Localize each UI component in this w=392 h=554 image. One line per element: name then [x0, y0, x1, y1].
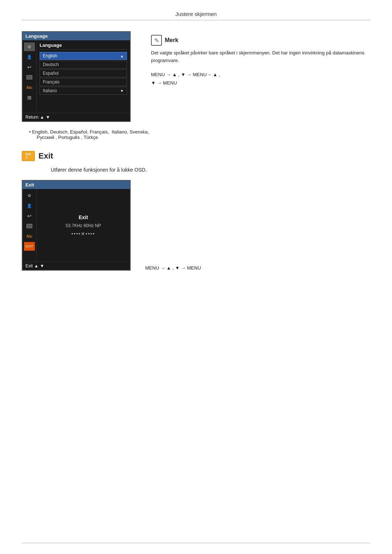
- note-body: Det valgte språket påvirker bare språket…: [151, 49, 364, 65]
- exit-badge-text: EXIT: [26, 152, 31, 160]
- exit-sidebar-icon-abc[interactable]: Abc: [24, 232, 35, 241]
- lang-label-deutsch: Deutsch: [43, 62, 59, 67]
- gear-icon-exit: ⚙: [28, 193, 31, 198]
- exit-sidebar-icon-exit-active[interactable]: EXIT: [24, 242, 35, 251]
- lang-label-english: English: [43, 53, 57, 58]
- exit-nav-note: MENU → ▲ , ▼ → MENU: [145, 236, 201, 271]
- back-icon-exit: ↩: [27, 213, 32, 219]
- exit-content: Exit ⚙ 👤 ↩: [22, 180, 370, 271]
- rect-icon: [26, 75, 32, 79]
- lang-item-english[interactable]: English ▲: [40, 52, 127, 60]
- osd-title-bar: Language: [23, 32, 130, 40]
- exit-bottom-button[interactable]: Exit ▲ ▼: [25, 263, 44, 268]
- note-title: Merk: [165, 37, 178, 44]
- sidebar-icon-abc[interactable]: Abc: [24, 83, 35, 92]
- osd-content-title: Language: [40, 42, 127, 50]
- exit-osd-inner: ⚙ 👤 ↩ Abc: [23, 189, 130, 262]
- exit-header: EXIT Exit: [22, 151, 370, 161]
- note-menu-nav: MENU → ▲ , ▼ → MENU→ ▲ ,▼ → MENU: [151, 70, 364, 87]
- exit-section: EXIT Exit Utfører denne funksjonen for å…: [22, 151, 370, 271]
- up-arrow-icon: ▲: [40, 115, 44, 120]
- exit-sidebar-icon-back[interactable]: ↩: [24, 212, 35, 220]
- osd-sidebar: ⚙ 👤 ↩ Abc ⊞: [23, 40, 36, 113]
- exit-bottom-label: Exit: [25, 263, 33, 268]
- lang-item-espanol[interactable]: Español: [40, 69, 127, 77]
- rect-icon-exit: [26, 224, 32, 228]
- exit-osd-bottom-bar: Exit ▲ ▼: [23, 262, 130, 270]
- user-icon-exit: 👤: [27, 204, 32, 208]
- user-icon: 👤: [27, 55, 32, 59]
- language-bullet-text: • English, Deutsch, Español, Français, I…: [29, 129, 370, 140]
- note-header: ✎ Merk: [151, 35, 364, 46]
- exit-description: Utfører denne funksjonen for å lukke OSD…: [22, 167, 370, 173]
- note-icon: ✎: [151, 35, 162, 46]
- abc-icon-exit: Abc: [26, 234, 32, 238]
- page-title: Justere skjermen: [22, 11, 370, 17]
- down-arrow-icon: ▼: [46, 115, 50, 120]
- osd-inner: ⚙ 👤 ↩ Abc ⊞: [23, 40, 130, 113]
- bottom-rule: [22, 543, 370, 543]
- lang-item-italiano[interactable]: Italiano ▼: [40, 87, 127, 95]
- exit-active-icon: EXIT: [26, 245, 33, 248]
- sidebar-icon-rect[interactable]: [24, 73, 35, 82]
- scroll-down-icon: ▼: [120, 89, 124, 93]
- osd-content-panel: Language English ▲ Deutsch Español: [36, 40, 130, 113]
- return-button[interactable]: Return ▲ ▼: [25, 115, 50, 120]
- exit-dots: ••••✕••••: [72, 231, 95, 237]
- exit-sidebar-icon-settings[interactable]: ⚙: [24, 191, 35, 200]
- lang-item-deutsch[interactable]: Deutsch: [40, 61, 127, 69]
- exit-osd-sidebar: ⚙ 👤 ↩ Abc: [23, 189, 36, 262]
- gear-icon: ⚙: [28, 45, 31, 49]
- language-bullet-list: • English, Deutsch, Español, Français, I…: [22, 129, 370, 140]
- grid-icon: ⊞: [27, 95, 32, 100]
- sidebar-icon-settings[interactable]: ⚙: [24, 42, 35, 51]
- language-section: Language ⚙ 👤 ↩: [22, 31, 370, 122]
- sidebar-icon-user[interactable]: 👤: [24, 53, 35, 61]
- exit-osd-label: Exit: [79, 214, 88, 220]
- exit-badge-icon: EXIT: [22, 151, 35, 161]
- osd-bottom-bar: Return ▲ ▼: [23, 113, 130, 121]
- lang-label-italiano: Italiano: [43, 88, 57, 93]
- note-box: ✎ Merk Det valgte språket påvirker bare …: [145, 31, 370, 91]
- lang-label-francais: Français: [43, 79, 60, 85]
- exit-osd: Exit ⚙ 👤 ↩: [22, 180, 131, 271]
- exit-down-arrow: ▼: [40, 263, 44, 268]
- exit-sidebar-icon-user[interactable]: 👤: [24, 201, 35, 210]
- language-list: English ▲ Deutsch Español Français: [40, 52, 127, 95]
- exit-up-arrow: ▲: [34, 263, 38, 268]
- abc-icon: Abc: [26, 86, 32, 90]
- exit-freq-label: 53.7KHz 60Hz NP: [66, 223, 101, 228]
- lang-label-espanol: Español: [43, 71, 58, 76]
- exit-osd-title-bar: Exit: [23, 181, 130, 189]
- exit-sidebar-icon-rect[interactable]: [24, 222, 35, 230]
- back-icon: ↩: [27, 64, 32, 70]
- lang-item-francais[interactable]: Français: [40, 78, 127, 86]
- sidebar-icon-back[interactable]: ↩: [24, 63, 35, 71]
- return-label: Return: [25, 115, 38, 120]
- exit-osd-content: Exit 53.7KHz 60Hz NP ••••✕••••: [36, 189, 130, 262]
- arrow-up-icon: ▲: [120, 54, 124, 58]
- page-wrapper: Justere skjermen Language ⚙ 👤 ↩: [0, 0, 392, 554]
- exit-section-title: Exit: [38, 151, 53, 161]
- sidebar-icon-grid[interactable]: ⊞: [24, 93, 35, 102]
- language-osd: Language ⚙ 👤 ↩: [22, 31, 131, 122]
- top-rule: [22, 20, 370, 20]
- exit-menu-nav: MENU → ▲ , ▼ → MENU: [145, 265, 201, 271]
